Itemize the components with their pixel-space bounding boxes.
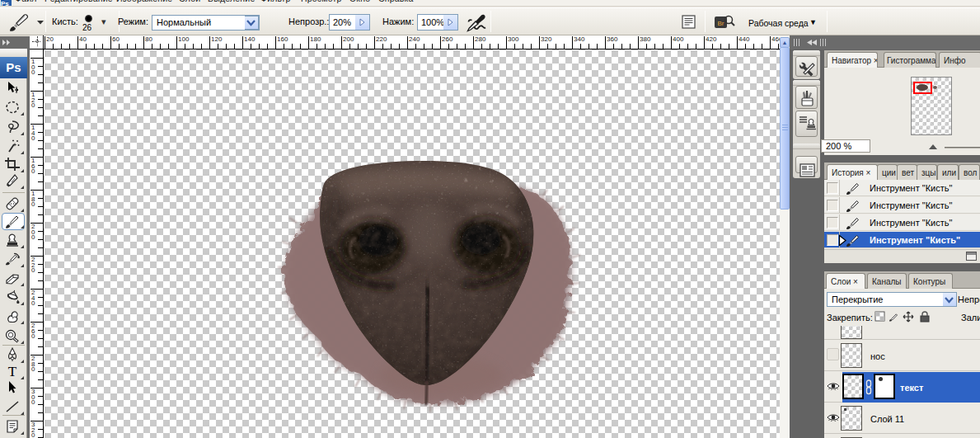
svg-text:T: T [8, 364, 17, 379]
svg-text:Br: Br [718, 20, 724, 27]
